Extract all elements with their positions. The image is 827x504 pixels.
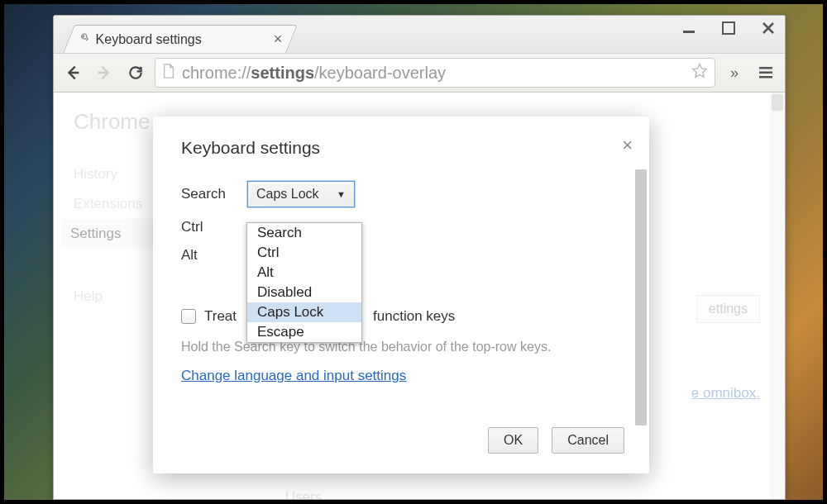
option-disabled[interactable]: Disabled (247, 283, 361, 302)
dialog-buttons: OK Cancel (488, 427, 624, 454)
language-settings-link[interactable]: Change language and input settings (181, 368, 629, 384)
back-button[interactable] (60, 60, 85, 85)
cancel-button[interactable]: Cancel (552, 427, 624, 454)
url-text: chrome://settings/keyboard-overlay (182, 64, 685, 83)
option-escape[interactable]: Escape (247, 322, 361, 342)
svg-rect-2 (759, 67, 772, 69)
svg-rect-1 (723, 22, 734, 34)
reload-button[interactable] (123, 60, 148, 85)
navigation-bar: chrome://settings/keyboard-overlay » (54, 53, 785, 93)
label-alt: Alt (181, 247, 247, 264)
close-window-button[interactable] (757, 19, 780, 37)
checkbox-label-after: function keys (373, 308, 455, 325)
dropdown-list: Search Ctrl Alt Disabled Caps Lock Escap… (246, 222, 362, 343)
wrench-icon (78, 32, 89, 47)
dialog-title: Keyboard settings (181, 138, 629, 158)
maximize-button[interactable] (717, 19, 740, 37)
option-alt[interactable]: Alt (247, 263, 361, 283)
dialog-close-button[interactable]: × (622, 135, 633, 156)
caret-down-icon: ▼ (337, 189, 346, 199)
overflow-icon[interactable]: » (722, 60, 747, 85)
svg-rect-3 (759, 72, 772, 74)
option-caps-lock[interactable]: Caps Lock (247, 302, 361, 322)
label-ctrl: Ctrl (181, 219, 247, 235)
dropdown-search[interactable]: Caps Lock ▼ (247, 181, 355, 207)
tab-title: Keyboard settings (96, 32, 267, 47)
content-area: Chrome History Extensions Settings Help … (54, 93, 785, 499)
keyboard-settings-dialog: Keyboard settings × Search Caps Lock ▼ C… (153, 116, 649, 473)
svg-rect-4 (759, 76, 772, 78)
minimize-button[interactable] (677, 19, 700, 37)
ok-button[interactable]: OK (488, 427, 538, 454)
browser-tab[interactable]: Keyboard settings × (63, 25, 298, 53)
browser-window: Keyboard settings × (53, 15, 786, 500)
dialog-scrollbar[interactable] (634, 169, 648, 468)
option-ctrl[interactable]: Ctrl (247, 243, 361, 263)
top-row-keys-checkbox[interactable] (181, 309, 196, 324)
titlebar: Keyboard settings × (54, 16, 785, 53)
row-search: Search Caps Lock ▼ (181, 181, 629, 207)
address-bar[interactable]: chrome://settings/keyboard-overlay (155, 58, 715, 88)
option-search[interactable]: Search (247, 223, 361, 243)
label-search: Search (181, 186, 247, 202)
tab-close-icon[interactable]: × (274, 31, 283, 48)
svg-rect-0 (683, 31, 695, 33)
bookmark-star-icon[interactable] (691, 63, 708, 83)
forward-button[interactable] (92, 60, 117, 85)
dialog-scrollbar-thumb[interactable] (635, 169, 647, 426)
menu-icon[interactable] (753, 60, 778, 85)
dropdown-search-value: Caps Lock (256, 187, 319, 202)
checkbox-label-before: Treat (204, 308, 237, 325)
page-icon (162, 64, 175, 82)
window-controls (677, 19, 780, 37)
